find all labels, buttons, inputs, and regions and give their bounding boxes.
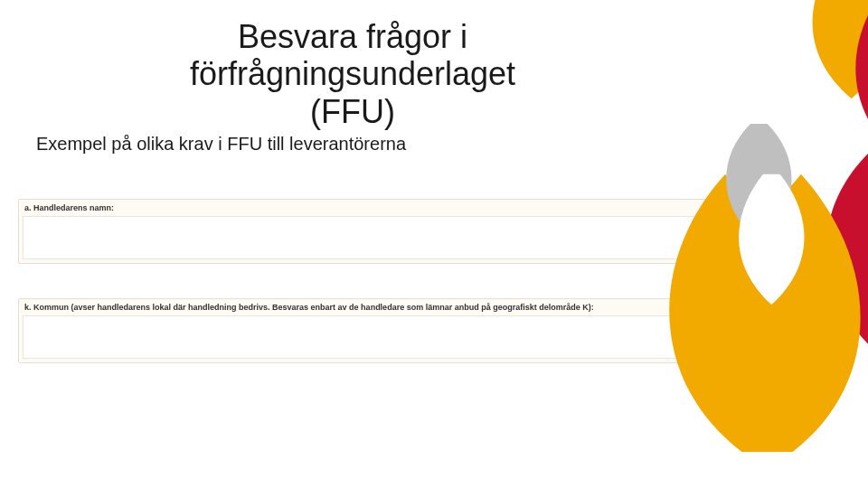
panel-a-label: a. Handledarens namn: xyxy=(24,203,114,212)
form-panel-a: a. Handledarens namn: Fritextsvar ? xyxy=(18,199,803,264)
panel-a-input[interactable] xyxy=(23,216,798,259)
panel-a-meta: Fritextsvar ? xyxy=(738,202,797,213)
title-line-2: (FFU) xyxy=(310,93,395,130)
slide-subtitle: Exempel på olika krav i FFU till leveran… xyxy=(36,134,406,155)
panel-k-label: k. Kommun (avser handledarens lokal där … xyxy=(24,303,594,312)
panel-k-badge: Fritextsvar xyxy=(749,304,782,312)
panel-k-meta: Fritextsvar ? xyxy=(738,302,797,313)
panel-a-badge: Fritextsvar xyxy=(749,204,782,212)
info-icon[interactable]: ? xyxy=(786,202,797,213)
flag-icon xyxy=(738,203,745,212)
panel-a-header: a. Handledarens namn: Fritextsvar ? xyxy=(19,200,802,216)
flag-icon xyxy=(738,303,745,312)
panel-k-header: k. Kommun (avser handledarens lokal där … xyxy=(19,299,802,315)
panel-k-input[interactable] xyxy=(23,315,798,359)
info-icon[interactable]: ? xyxy=(786,302,797,313)
title-line-1: Besvara frågor i förfrågningsunderlaget xyxy=(190,18,515,92)
slide-title: Besvara frågor i förfrågningsunderlaget … xyxy=(81,18,624,130)
form-panel-k: k. Kommun (avser handledarens lokal där … xyxy=(18,298,803,363)
